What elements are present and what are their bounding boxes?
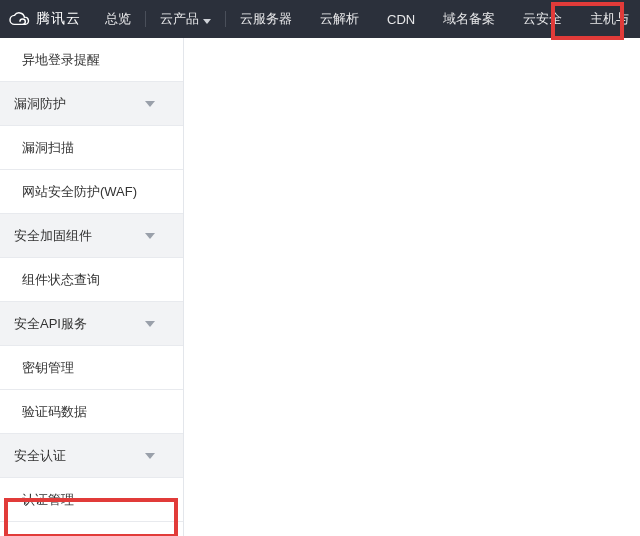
- nav-item-host[interactable]: 主机与: [576, 0, 635, 38]
- nav-item-dns[interactable]: 云解析: [306, 0, 373, 38]
- nav-label: 主机与: [590, 10, 629, 28]
- chevron-down-icon: [203, 12, 211, 27]
- nav-item-products[interactable]: 云产品: [146, 0, 225, 38]
- nav-label: 云安全: [523, 10, 562, 28]
- chevron-down-icon: [145, 101, 155, 107]
- sidebar-item-label: 密钥管理: [22, 359, 74, 377]
- sidebar-header-label: 安全认证: [14, 447, 66, 465]
- sidebar-item-captcha[interactable]: 验证码数据: [0, 390, 183, 434]
- brand-text: 腾讯云: [36, 10, 81, 28]
- nav-item-beian[interactable]: 域名备案: [429, 0, 509, 38]
- sidebar-item-key-mgmt[interactable]: 密钥管理: [0, 346, 183, 390]
- sidebar-item-label: 网站安全防护(WAF): [22, 183, 137, 201]
- nav-items: 总览 云产品 云服务器 云解析 CDN 域名备案 云安全 主机与: [91, 0, 635, 38]
- sidebar-item-component-status[interactable]: 组件状态查询: [0, 258, 183, 302]
- sidebar-item-label: 验证码数据: [22, 403, 87, 421]
- nav-label: CDN: [387, 12, 415, 27]
- sidebar-header-api[interactable]: 安全API服务: [0, 302, 183, 346]
- nav-label: 域名备案: [443, 10, 495, 28]
- sidebar-header-auth[interactable]: 安全认证: [0, 434, 183, 478]
- nav-label: 云解析: [320, 10, 359, 28]
- sidebar-header-vuln[interactable]: 漏洞防护: [0, 82, 183, 126]
- nav-item-overview[interactable]: 总览: [91, 0, 145, 38]
- sidebar-item-cert-mgmt[interactable]: 认证管理: [0, 478, 183, 522]
- nav-item-cvm[interactable]: 云服务器: [226, 0, 306, 38]
- nav-item-cdn[interactable]: CDN: [373, 0, 429, 38]
- sidebar-menu: 异地登录提醒 漏洞防护 漏洞扫描 网站安全防护(WAF) 安全加固组件 组件状态…: [0, 38, 183, 522]
- sidebar-item-label: 认证管理: [22, 491, 74, 509]
- chevron-down-icon: [145, 233, 155, 239]
- sidebar-header-hardening[interactable]: 安全加固组件: [0, 214, 183, 258]
- sidebar-item-waf[interactable]: 网站安全防护(WAF): [0, 170, 183, 214]
- brand[interactable]: 腾讯云: [0, 10, 91, 28]
- chevron-down-icon: [145, 453, 155, 459]
- sidebar: 异地登录提醒 漏洞防护 漏洞扫描 网站安全防护(WAF) 安全加固组件 组件状态…: [0, 38, 184, 536]
- nav-label: 云服务器: [240, 10, 292, 28]
- cloud-logo-icon: [8, 10, 30, 28]
- sidebar-item-label: 组件状态查询: [22, 271, 100, 289]
- top-nav: 腾讯云 总览 云产品 云服务器 云解析 CDN 域名备案 云安全 主机与: [0, 0, 640, 38]
- sidebar-item-label: 漏洞扫描: [22, 139, 74, 157]
- nav-label: 总览: [105, 10, 131, 28]
- sidebar-header-label: 漏洞防护: [14, 95, 66, 113]
- sidebar-header-label: 安全加固组件: [14, 227, 92, 245]
- sidebar-item-vuln-scan[interactable]: 漏洞扫描: [0, 126, 183, 170]
- sidebar-item-label: 异地登录提醒: [22, 51, 100, 69]
- nav-item-security[interactable]: 云安全: [509, 0, 576, 38]
- chevron-down-icon: [145, 321, 155, 327]
- sidebar-item-remote-login-alert[interactable]: 异地登录提醒: [0, 38, 183, 82]
- sidebar-header-label: 安全API服务: [14, 315, 87, 333]
- nav-label: 云产品: [160, 10, 199, 28]
